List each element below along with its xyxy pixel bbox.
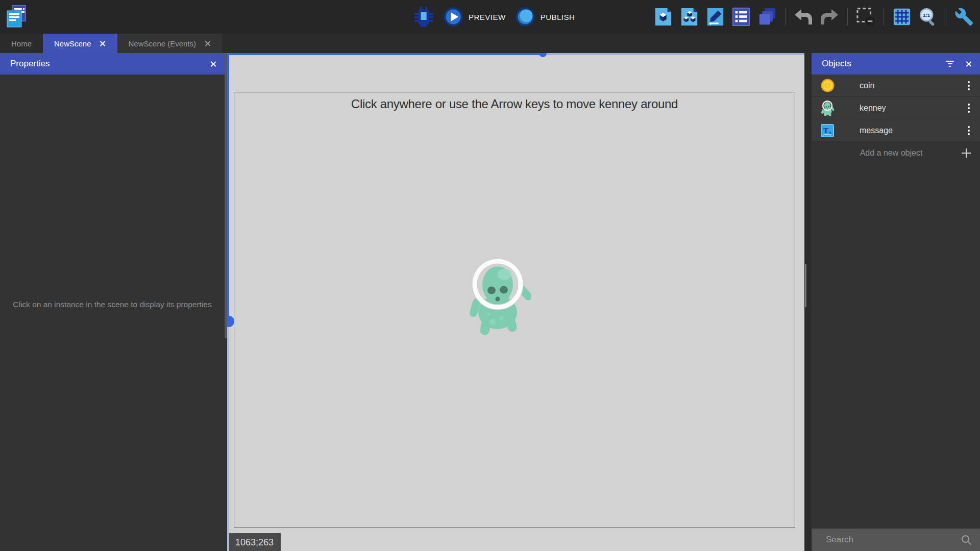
gdevelop-window: PREVIEW PUBLISH [0,0,980,551]
close-icon[interactable] [210,61,216,67]
vertical-scrollbar-handle[interactable] [227,316,234,327]
properties-panel-title: Properties [10,59,50,69]
tab-newscene-label: NewScene [54,39,91,48]
object-groups-icon[interactable] [679,7,699,27]
object-name: kenney [860,104,886,113]
instances-list-icon[interactable] [731,7,751,27]
deselect-instances-icon[interactable] [856,7,875,27]
objects-panel-title: Objects [822,59,851,69]
object-name: message [860,126,893,135]
text-icon-x: x [829,130,831,135]
scene-canvas[interactable]: Click anywhere or use the Arrow keys to … [227,53,804,551]
toolbar-right-group: 1:1 [653,0,974,34]
debug-icon [413,6,434,28]
search-input[interactable] [825,534,961,545]
tab-home[interactable]: Home [0,34,43,53]
kenney-sprite[interactable] [467,258,531,337]
scene-text-instance[interactable]: Click anywhere or use the Arrow keys to … [234,97,795,111]
plus-icon [962,148,971,158]
vertical-scrollbar[interactable] [227,53,229,551]
objects-panel: Objects coin [812,53,980,551]
search-icon [961,534,972,545]
text-object-icon: T x [820,124,835,137]
objects-editor-icon[interactable] [653,7,673,27]
publish-button[interactable]: PUBLISH [515,7,575,27]
horizontal-scrollbar[interactable] [227,53,804,55]
publish-label: PUBLISH [541,13,575,21]
scene-properties-icon[interactable] [705,7,725,27]
preview-label: PREVIEW [469,13,506,21]
vertical-scrollbar-thumb[interactable] [227,53,229,321]
preview-button[interactable]: PREVIEW [443,7,506,27]
tab-home-label: Home [11,39,32,48]
coin-icon [820,79,835,92]
toolbar-separator [785,8,786,26]
object-row-coin[interactable]: coin [812,74,980,97]
kenney-icon [820,101,835,116]
properties-panel: Properties Click on an instance in the s… [0,53,225,551]
add-object-label: Add a new object [821,148,962,158]
grid-icon[interactable] [892,7,912,27]
layers-icon[interactable] [757,7,777,27]
redo-icon[interactable] [820,8,839,26]
object-row-message[interactable]: T x message [812,119,980,142]
object-row-kenney[interactable]: kenney [812,97,980,119]
tab-close-icon[interactable] [204,40,211,47]
horizontal-scrollbar-handle[interactable] [539,53,547,57]
add-object-button[interactable]: Add a new object [812,142,980,164]
tab-newscene-events[interactable]: NewScene (Events) [117,34,223,53]
object-name: coin [860,81,874,90]
close-icon[interactable] [965,61,972,67]
project-manager-button[interactable] [5,4,28,29]
filter-icon[interactable] [946,61,954,67]
canvas-right-gutter [804,53,812,551]
tab-close-icon[interactable] [100,40,106,47]
objects-panel-header: Objects [812,53,980,74]
tab-newscene-events-label: NewScene (Events) [129,39,197,48]
tab-bar: Home NewScene NewScene (Events) [0,34,980,53]
toolbar-center-group: PREVIEW PUBLISH [413,0,575,34]
main-toolbar: PREVIEW PUBLISH [0,0,980,34]
publish-globe-icon [515,7,535,27]
properties-panel-header: Properties [0,53,225,74]
project-manager-icon [5,4,28,29]
properties-empty-message: Click on an instance in the scene to dis… [9,298,215,311]
toolbar-separator [847,8,848,26]
horizontal-scrollbar-thumb[interactable] [227,53,543,55]
settings-wrench-icon[interactable] [954,7,974,27]
undo-icon[interactable] [794,8,813,26]
object-menu-icon[interactable] [967,124,971,137]
zoom-original-icon[interactable]: 1:1 [918,7,938,27]
tab-newscene[interactable]: NewScene [43,34,117,53]
object-menu-icon[interactable] [967,79,971,92]
preview-play-icon [443,7,463,27]
objects-search-bar [812,529,980,551]
object-menu-icon[interactable] [967,102,971,115]
text-icon-t: T [823,126,828,134]
toolbar-separator [946,8,946,26]
toolbar-separator [884,8,884,26]
zoom-ratio-label: 1:1 [923,12,930,18]
debugger-button[interactable] [413,6,434,28]
cursor-coordinates-badge: 1063;263 [229,533,281,551]
gutter-scrollbar-thumb[interactable] [805,264,806,307]
